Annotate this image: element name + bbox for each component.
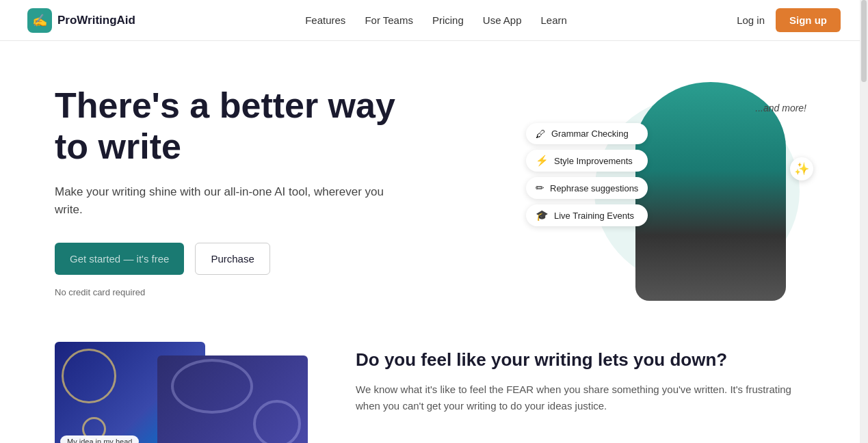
get-started-button[interactable]: Get started — it's free	[55, 243, 184, 275]
chip-training-label: Live Training Events	[554, 211, 634, 221]
image-collage: My idea in my head	[55, 342, 315, 443]
more-label: ...and more!	[755, 103, 806, 113]
style-icon: ⚡	[536, 155, 549, 167]
illustration-container: ...and more! ✨ 🖊 Grammar Checking ⚡ Styl…	[526, 82, 813, 301]
navbar-actions: Log in Sign up	[737, 8, 841, 32]
nav-features[interactable]: Features	[305, 14, 345, 26]
hero-subtitle: Make your writing shine with our all-in-…	[55, 183, 410, 218]
hero-title: There's a better way to write	[55, 85, 410, 167]
training-icon: 🎓	[536, 209, 549, 222]
logo-icon: ✍	[27, 8, 52, 33]
chip-style-label: Style Improvements	[554, 156, 633, 166]
nav-learn[interactable]: Learn	[541, 14, 567, 26]
chip-rephrase-label: Rephrase suggestions	[550, 183, 638, 193]
hero-buttons: Get started — it's free Purchase	[55, 243, 410, 275]
get-started-label: Get started	[70, 253, 120, 265]
nav-useapp[interactable]: Use App	[483, 14, 522, 26]
second-section-content: Do you feel like your writing lets you d…	[356, 342, 813, 414]
feature-chips: 🖊 Grammar Checking ⚡ Style Improvements …	[526, 123, 648, 226]
swirl-1	[62, 349, 116, 403]
brand-logo[interactable]: ✍ ProWritingAid	[27, 8, 135, 33]
idea-label: My idea in my head	[60, 435, 139, 443]
chip-grammar-label: Grammar Checking	[551, 129, 629, 139]
second-section-title: Do you feel like your writing lets you d…	[356, 349, 813, 372]
chip-style: ⚡ Style Improvements	[526, 150, 648, 172]
swirl-large-2	[253, 400, 301, 443]
hero-section: There's a better way to write Make your …	[0, 41, 868, 328]
brand-name: ProWritingAid	[57, 14, 135, 27]
person-illustration	[635, 82, 786, 301]
scrollbar-thumb[interactable]	[861, 0, 867, 82]
star-badge: ✨	[790, 157, 813, 180]
signup-button[interactable]: Sign up	[776, 8, 841, 32]
login-button[interactable]: Log in	[737, 14, 765, 26]
grammar-icon: 🖊	[536, 128, 546, 139]
chip-grammar: 🖊 Grammar Checking	[526, 123, 648, 144]
nav-links: Features For Teams Pricing Use App Learn	[305, 14, 567, 26]
second-section-text: We know what it's like to feel the FEAR …	[356, 381, 813, 414]
no-credit-text: No credit card required	[55, 287, 410, 297]
collage-image-2	[157, 355, 308, 443]
chip-rephrase: ✏ Rephrase suggestions	[526, 177, 648, 199]
second-section: My idea in my head Do you feel like your…	[0, 328, 868, 443]
hero-content: There's a better way to write Make your …	[55, 85, 410, 298]
nav-teams[interactable]: For Teams	[365, 14, 413, 26]
chip-training: 🎓 Live Training Events	[526, 204, 648, 226]
swirl-large-1	[171, 359, 253, 414]
hero-illustration: ...and more! ✨ 🖊 Grammar Checking ⚡ Styl…	[526, 82, 813, 301]
navbar: ✍ ProWritingAid Features For Teams Prici…	[0, 0, 868, 41]
nav-pricing[interactable]: Pricing	[432, 14, 464, 26]
purchase-button[interactable]: Purchase	[195, 243, 269, 275]
rephrase-icon: ✏	[536, 182, 544, 194]
get-started-suffix: — it's free	[123, 253, 169, 265]
scrollbar[interactable]	[860, 0, 868, 443]
